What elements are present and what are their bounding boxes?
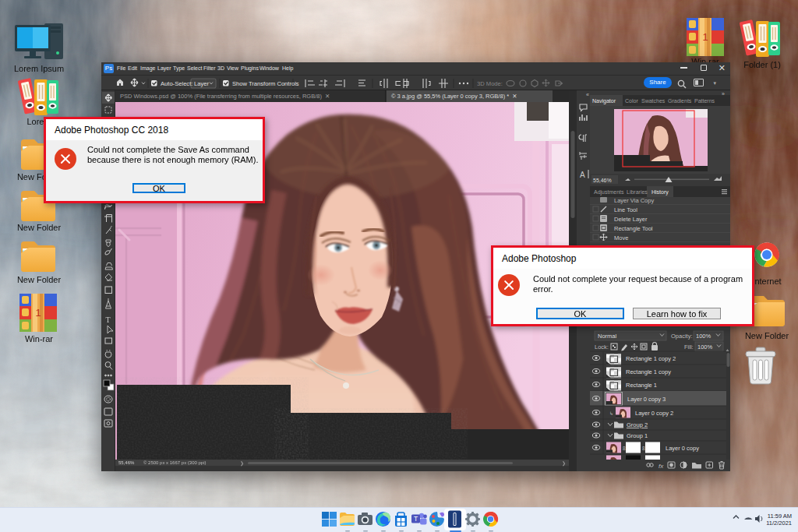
svg-text:fx: fx <box>659 463 664 470</box>
svg-text:Color: Color <box>625 98 638 104</box>
svg-text:Layer 0 copy 2: Layer 0 copy 2 <box>635 410 673 417</box>
svg-text:100%: 100% <box>696 333 711 340</box>
svg-text:Layer Via Copy: Layer Via Copy <box>614 197 654 204</box>
svg-text:Patterns: Patterns <box>694 98 715 104</box>
svg-text:Swatches: Swatches <box>641 98 666 104</box>
svg-text:Layer 0 copy: Layer 0 copy <box>666 445 699 452</box>
svg-text:Layer 0 copy 3: Layer 0 copy 3 <box>627 396 666 403</box>
svg-text:History: History <box>651 189 669 196</box>
svg-text:Opacity:: Opacity: <box>671 333 693 340</box>
svg-text:Rectangle Tool: Rectangle Tool <box>614 225 653 232</box>
svg-text:55,46%: 55,46% <box>593 178 612 183</box>
svg-text:Rectangle 1 copy 2: Rectangle 1 copy 2 <box>626 355 676 362</box>
svg-text:8: 8 <box>642 446 645 451</box>
svg-text:11/2/2021: 11/2/2021 <box>766 520 792 527</box>
svg-text:Delete Layer: Delete Layer <box>614 216 648 223</box>
svg-text:Navigator: Navigator <box>592 98 616 104</box>
svg-text:Normal: Normal <box>598 333 617 340</box>
svg-text:A: A <box>580 171 585 179</box>
svg-text:Move: Move <box>614 234 628 241</box>
svg-text:Libraries: Libraries <box>627 189 648 195</box>
svg-text:T: T <box>106 315 111 324</box>
svg-text:T: T <box>414 515 418 523</box>
svg-text:Group 1: Group 1 <box>627 432 648 439</box>
svg-text:11:59 AM: 11:59 AM <box>768 513 792 520</box>
svg-text:Line Tool: Line Tool <box>614 206 637 213</box>
svg-text:Show Transform Controls: Show Transform Controls <box>232 80 299 87</box>
svg-text:Gradients: Gradients <box>668 98 692 104</box>
svg-text:100%: 100% <box>697 344 713 351</box>
svg-text:«: « <box>586 92 589 97</box>
svg-text:↳: ↳ <box>609 411 613 416</box>
svg-text:Auto-Select:: Auto-Select: <box>161 80 192 87</box>
svg-text:Fill:: Fill: <box>684 344 694 351</box>
svg-text:Rectangle 1 copy: Rectangle 1 copy <box>626 368 671 375</box>
svg-text:3D Mode:: 3D Mode: <box>477 80 503 87</box>
svg-text:8: 8 <box>623 446 626 451</box>
svg-text:Rectangle 1: Rectangle 1 <box>626 382 657 389</box>
svg-text:Lock:: Lock: <box>595 344 609 351</box>
svg-text:Group 2: Group 2 <box>627 421 648 428</box>
svg-text:Layer: Layer <box>194 80 209 87</box>
svg-text:Adjustments: Adjustments <box>594 189 624 196</box>
